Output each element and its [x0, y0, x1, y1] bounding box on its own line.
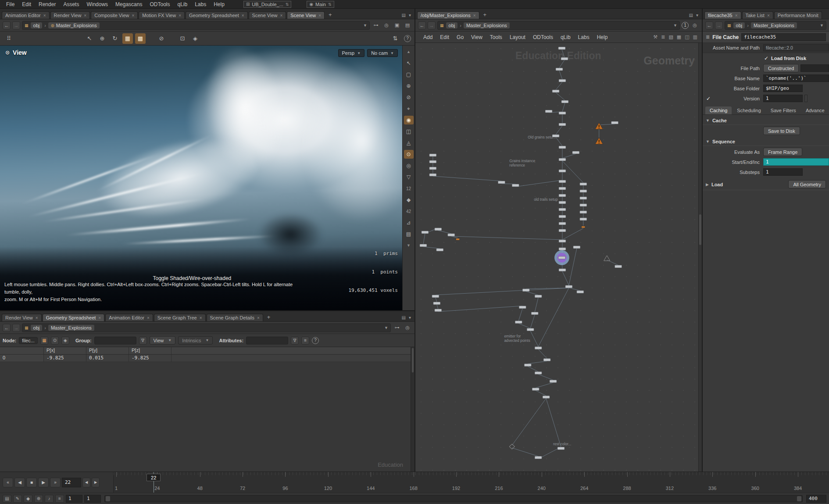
network-node[interactable]	[429, 174, 436, 176]
network-node[interactable]	[559, 194, 566, 197]
scrollbar-thumb[interactable]	[412, 348, 414, 373]
network-node[interactable]	[559, 215, 566, 218]
close-icon[interactable]: ×	[147, 316, 150, 320]
column-header-py[interactable]: P[y]	[86, 347, 129, 354]
close-icon[interactable]: ×	[280, 13, 282, 18]
flipbook-icon[interactable]: ▤	[3, 495, 11, 503]
menu-odtools[interactable]: ODTools	[529, 33, 557, 41]
range-end-handle[interactable]	[797, 496, 801, 501]
no-lighting-icon[interactable]: ⊘	[156, 33, 167, 44]
grid-display-icon[interactable]: ▤	[404, 230, 414, 238]
breadcrumb-node[interactable]: Master_Explosions	[464, 22, 510, 28]
asset-name-value[interactable]: filecache::2.0	[763, 44, 829, 51]
table-row[interactable]: 0 -9.825 0.015 -9.825	[0, 355, 414, 362]
breadcrumb[interactable]: ▦ obj › Master_Explosions ▼	[725, 21, 826, 30]
tab-scene-graph-details[interactable]: Scene Graph Details×	[207, 314, 263, 321]
menu-add[interactable]: Add	[420, 33, 436, 41]
level-badge[interactable]: 42	[404, 207, 414, 216]
keyframe-icon[interactable]: ◆	[24, 495, 32, 503]
network-node[interactable]	[512, 184, 519, 187]
menu-labs[interactable]: Labs	[575, 33, 593, 41]
close-icon[interactable]: ×	[735, 13, 738, 18]
tab-geometry-spreadsheet[interactable]: Geometry Spreadsheet×	[43, 314, 105, 321]
snap-icon[interactable]: ⌖	[404, 104, 414, 113]
network-node[interactable]	[611, 121, 618, 124]
network-node[interactable]	[580, 204, 587, 206]
normals-icon[interactable]: ◬	[404, 138, 414, 147]
intrinsics-dropdown[interactable]: Intrinsics▼	[178, 336, 213, 344]
help-icon[interactable]: ?	[404, 35, 411, 42]
pin-icon[interactable]: ⊶	[372, 22, 380, 28]
breadcrumb[interactable]: ▦ obj › Master_Explosions ▼	[22, 323, 391, 332]
snapshot-icon[interactable]: ▣	[393, 22, 401, 28]
menu-go[interactable]: Go	[453, 33, 467, 41]
handles-icon[interactable]: ⊕	[404, 82, 414, 90]
network-node[interactable]	[580, 197, 587, 199]
breadcrumb-node[interactable]: Master_Explosions	[48, 325, 94, 331]
play-reverse-button[interactable]: ◀	[14, 478, 25, 487]
network-node[interactable]	[577, 291, 584, 293]
breadcrumb-root[interactable]: obj	[446, 22, 458, 28]
close-icon[interactable]: ×	[43, 13, 46, 18]
network-node[interactable]	[535, 347, 542, 349]
shaded-mode-icon[interactable]: ▦	[122, 33, 133, 44]
close-icon[interactable]: ×	[98, 316, 101, 320]
filter-funnel-icon[interactable]: ∇	[291, 337, 299, 344]
network-node[interactable]	[456, 238, 460, 240]
network-node[interactable]	[559, 180, 566, 183]
forward-button[interactable]: →	[12, 324, 20, 332]
scrollbar[interactable]	[411, 347, 414, 472]
network-node[interactable]	[557, 447, 565, 450]
tab-geometry-spreadsheet[interactable]: Geometry Spreadsheet×	[186, 11, 248, 19]
follow-selection-icon[interactable]: ⊙	[51, 337, 59, 344]
network-node[interactable]	[435, 309, 442, 312]
scroll-up-icon[interactable]: ▲	[404, 47, 414, 56]
scene-viewport[interactable]: ⊙ View Persp▼ No cam▼ Toggle Shaded/Wire…	[0, 46, 402, 310]
menu-labs[interactable]: Labs	[191, 0, 210, 8]
evaluate-as-dropdown[interactable]: Frame Range	[763, 148, 802, 156]
node-type-icon[interactable]: ▦	[40, 337, 48, 344]
scrollbar[interactable]	[698, 43, 702, 472]
context-count-badge[interactable]: 1	[682, 22, 689, 29]
frame-range-slider[interactable]	[104, 495, 803, 502]
tab-motion-fx-view[interactable]: Motion FX View×	[139, 11, 185, 19]
texture-mode-icon[interactable]: ▩	[135, 33, 146, 44]
network-node[interactable]	[559, 201, 566, 204]
frame-range-field[interactable]: 1	[763, 158, 829, 166]
tab-save-filters[interactable]: Save Filters	[766, 106, 800, 114]
breadcrumb-node[interactable]: Master_Explosions	[751, 22, 797, 28]
network-node[interactable]	[559, 79, 566, 82]
new-tab-button[interactable]: +	[264, 313, 274, 321]
cell-py[interactable]: 0.015	[86, 355, 129, 362]
render-region-icon[interactable]: ⊡	[177, 33, 188, 44]
range-start-field[interactable]: 1	[66, 495, 82, 503]
close-icon[interactable]: ×	[318, 13, 321, 18]
view-tool-icon[interactable]: ↖	[84, 33, 95, 44]
network-node[interactable]	[543, 358, 550, 361]
breadcrumb-root[interactable]: obj	[733, 22, 745, 28]
save-to-disk-button[interactable]: Save to Disk	[763, 127, 800, 135]
node-name-field[interactable]: filecache35	[741, 33, 826, 41]
breadcrumb[interactable]: ▦ obj › Master_Explosions ▼	[437, 21, 680, 30]
chevron-down-icon[interactable]: ▼	[673, 23, 677, 28]
sequence-section-header[interactable]: ▼ Sequence	[703, 136, 829, 146]
tree-view-icon[interactable]: ≣	[661, 34, 665, 40]
network-graph[interactable]: Old grains setu...Grains instancereferen…	[415, 43, 702, 472]
audio-icon[interactable]: ♪	[45, 495, 54, 503]
row-index-header[interactable]	[0, 347, 44, 354]
network-node[interactable]	[527, 328, 534, 331]
scroll-down-icon[interactable]: ▼	[404, 241, 414, 250]
back-button[interactable]: ←	[3, 324, 11, 332]
pin-node-icon[interactable]: ◈	[61, 337, 69, 344]
network-node[interactable]	[531, 312, 538, 315]
tab-performance-monitor[interactable]: Performance Monit	[774, 11, 822, 19]
ghost-geometry-icon[interactable]: ⊙	[404, 150, 414, 159]
tools-icon[interactable]: ⚒	[653, 34, 657, 40]
menu-assets[interactable]: Assets	[60, 0, 82, 8]
breadcrumb[interactable]: ▦ obj › ◍Master_Explosions ▼	[22, 21, 370, 30]
pane-menu-icon[interactable]: ▾	[409, 13, 411, 18]
network-node[interactable]	[433, 302, 440, 305]
grid-layout-icon[interactable]: ▦	[677, 34, 681, 40]
wireframe-icon[interactable]: ◫	[404, 127, 414, 136]
network-node[interactable]	[429, 160, 436, 163]
